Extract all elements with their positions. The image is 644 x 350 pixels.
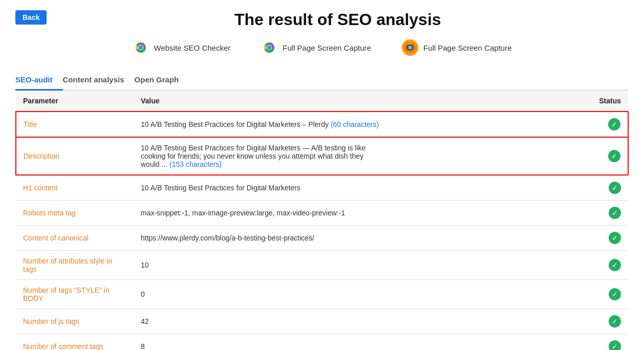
- value-cell: 10 A/B Testing Best Practices for Digita…: [134, 175, 587, 201]
- status-cell: ✓: [587, 201, 628, 226]
- value-cell: 8: [134, 334, 587, 351]
- param-cell: Title: [16, 112, 134, 137]
- firefox-icon: [402, 39, 418, 56]
- svg-point-12: [408, 46, 412, 50]
- value-cell: https://www.plerdy.com/blog/a-b-testing-…: [134, 226, 587, 251]
- check-icon: ✓: [609, 315, 621, 327]
- table-row: Number of comment tags8✓: [16, 334, 628, 351]
- param-cell: Number of js tags: [16, 309, 134, 334]
- status-cell: ✓: [587, 309, 628, 334]
- check-icon: ✓: [609, 207, 621, 219]
- param-cell: H1 content: [16, 175, 134, 201]
- status-cell: ✓: [587, 334, 628, 351]
- browser-name-firefox-fullpage: Full Page Screen Capture: [423, 43, 512, 52]
- status-cell: ✓: [587, 226, 628, 251]
- chrome-icon-2: [261, 39, 277, 56]
- svg-point-3: [139, 46, 143, 50]
- check-icon: ✓: [609, 340, 621, 350]
- seo-results-table: Parameter Value Status Title10 A/B Testi…: [15, 91, 629, 350]
- check-icon: ✓: [609, 259, 621, 271]
- value-cell: 0: [134, 280, 587, 309]
- value-cell: 10: [134, 251, 587, 280]
- check-icon: ✓: [609, 182, 621, 194]
- status-cell: ✓: [587, 137, 628, 175]
- browser-name-seo: Website SEO Checker: [154, 43, 231, 52]
- param-cell: Description: [16, 137, 134, 175]
- table-row: Content of canonicalhttps://www.plerdy.c…: [16, 226, 628, 251]
- status-cell: ✓: [587, 112, 628, 137]
- table-row: Number of tags "STYLE" in BODY0✓: [16, 280, 628, 309]
- check-icon: ✓: [608, 118, 620, 130]
- browser-item-chrome-fullpage: Full Page Screen Capture: [261, 39, 371, 56]
- param-cell: Content of canonical: [16, 226, 134, 251]
- param-cell: Number of attributes style in tags: [16, 251, 134, 280]
- browser-item-chrome-seo: Website SEO Checker: [133, 39, 231, 56]
- table-row: Description10 A/B Testing Best Practices…: [16, 137, 628, 175]
- value-cell: 42: [134, 309, 587, 334]
- table-row: Number of attributes style in tags10✓: [16, 251, 628, 280]
- browser-icons-row: Website SEO Checker Full Page Screen Cap…: [15, 39, 629, 56]
- value-cell: 10 A/B Testing Best Practices for Digita…: [134, 112, 587, 137]
- check-icon: ✓: [609, 232, 621, 244]
- tab-open-graph[interactable]: Open Graph: [135, 70, 189, 91]
- browser-item-firefox-fullpage: Full Page Screen Capture: [402, 39, 512, 56]
- param-cell: Number of comment tags: [16, 334, 134, 351]
- check-icon: ✓: [608, 150, 620, 162]
- col-header-parameter: Parameter: [16, 91, 134, 112]
- status-cell: ✓: [587, 175, 628, 201]
- param-cell: Robots meta tag: [16, 201, 134, 226]
- status-cell: ✓: [587, 251, 628, 280]
- chrome-icon-1: [133, 39, 149, 56]
- svg-point-7: [267, 46, 271, 50]
- check-icon: ✓: [609, 288, 621, 300]
- param-cell: Number of tags "STYLE" in BODY: [16, 280, 134, 309]
- table-row: Title10 A/B Testing Best Practices for D…: [16, 112, 628, 137]
- back-button[interactable]: Back: [15, 10, 47, 25]
- col-header-value: Value: [134, 91, 587, 112]
- table-row: Number of js tags42✓: [16, 309, 628, 334]
- table-row: H1 content10 A/B Testing Best Practices …: [16, 175, 628, 201]
- col-header-status: Status: [587, 91, 628, 112]
- status-cell: ✓: [587, 280, 628, 309]
- table-row: Robots meta tagmax-snippet:-1, max-image…: [16, 201, 628, 226]
- tab-seo-audit[interactable]: SEO-audit: [15, 70, 63, 91]
- value-cell: max-snippet:-1, max-image-preview:large,…: [134, 201, 587, 226]
- page-title: The result of SEO analysis: [47, 10, 629, 29]
- value-cell: 10 A/B Testing Best Practices for Digita…: [134, 137, 587, 175]
- tab-content-analysis[interactable]: Content analysis: [63, 70, 135, 91]
- tab-bar: SEO-audit Content analysis Open Graph: [15, 70, 629, 91]
- browser-name-chrome-fullpage: Full Page Screen Capture: [283, 43, 371, 52]
